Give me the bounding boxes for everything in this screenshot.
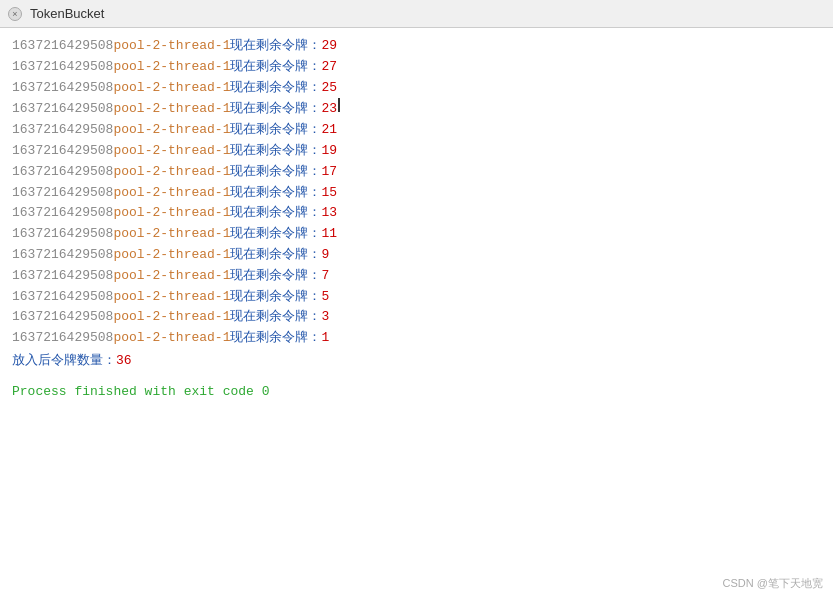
log-thread: pool-2-thread-1 (113, 266, 230, 287)
log-line: 1637216429508pool-2-thread-1现在剩余令牌：3 (12, 307, 821, 328)
log-text: 现在剩余令牌： (230, 287, 321, 308)
log-line: 1637216429508pool-2-thread-1现在剩余令牌：1 (12, 328, 821, 349)
log-number: 27 (321, 57, 337, 78)
log-line: 1637216429508pool-2-thread-1现在剩余令牌：7 (12, 266, 821, 287)
log-timestamp: 1637216429508 (12, 307, 113, 328)
log-text: 现在剩余令牌： (230, 99, 321, 120)
log-number: 17 (321, 162, 337, 183)
log-line: 1637216429508pool-2-thread-1现在剩余令牌：5 (12, 287, 821, 308)
summary-line: 放入后令牌数量：36 (12, 351, 821, 372)
console-output: 1637216429508pool-2-thread-1现在剩余令牌：29163… (12, 36, 821, 403)
log-text: 现在剩余令牌： (230, 36, 321, 57)
log-thread: pool-2-thread-1 (113, 245, 230, 266)
log-text: 现在剩余令牌： (230, 203, 321, 224)
log-timestamp: 1637216429508 (12, 36, 113, 57)
log-timestamp: 1637216429508 (12, 120, 113, 141)
log-number: 7 (321, 266, 329, 287)
log-timestamp: 1637216429508 (12, 183, 113, 204)
log-text: 现在剩余令牌： (230, 141, 321, 162)
log-thread: pool-2-thread-1 (113, 36, 230, 57)
log-timestamp: 1637216429508 (12, 328, 113, 349)
log-thread: pool-2-thread-1 (113, 99, 230, 120)
log-number: 3 (321, 307, 329, 328)
log-line: 1637216429508pool-2-thread-1现在剩余令牌：25 (12, 78, 821, 99)
log-thread: pool-2-thread-1 (113, 141, 230, 162)
log-line: 1637216429508pool-2-thread-1现在剩余令牌：19 (12, 141, 821, 162)
log-number: 25 (321, 78, 337, 99)
log-thread: pool-2-thread-1 (113, 162, 230, 183)
log-thread: pool-2-thread-1 (113, 78, 230, 99)
title-bar: × TokenBucket (0, 0, 833, 28)
log-thread: pool-2-thread-1 (113, 307, 230, 328)
log-number: 15 (321, 183, 337, 204)
log-number: 29 (321, 36, 337, 57)
log-number: 5 (321, 287, 329, 308)
log-thread: pool-2-thread-1 (113, 203, 230, 224)
log-timestamp: 1637216429508 (12, 57, 113, 78)
log-text: 现在剩余令牌： (230, 245, 321, 266)
log-text: 现在剩余令牌： (230, 224, 321, 245)
log-text: 现在剩余令牌： (230, 266, 321, 287)
log-timestamp: 1637216429508 (12, 245, 113, 266)
log-line: 1637216429508pool-2-thread-1现在剩余令牌：11 (12, 224, 821, 245)
log-thread: pool-2-thread-1 (113, 120, 230, 141)
log-timestamp: 1637216429508 (12, 162, 113, 183)
close-button[interactable]: × (8, 7, 22, 21)
log-line: 1637216429508pool-2-thread-1现在剩余令牌：23 (12, 98, 821, 120)
text-cursor (338, 98, 340, 112)
log-text: 现在剩余令牌： (230, 120, 321, 141)
log-line: 1637216429508pool-2-thread-1现在剩余令牌：17 (12, 162, 821, 183)
window-title: TokenBucket (30, 6, 104, 21)
log-line: 1637216429508pool-2-thread-1现在剩余令牌：15 (12, 183, 821, 204)
log-line: 1637216429508pool-2-thread-1现在剩余令牌：13 (12, 203, 821, 224)
log-thread: pool-2-thread-1 (113, 224, 230, 245)
log-number: 9 (321, 245, 329, 266)
log-number: 11 (321, 224, 337, 245)
log-timestamp: 1637216429508 (12, 78, 113, 99)
log-timestamp: 1637216429508 (12, 99, 113, 120)
log-timestamp: 1637216429508 (12, 266, 113, 287)
log-timestamp: 1637216429508 (12, 141, 113, 162)
log-timestamp: 1637216429508 (12, 203, 113, 224)
app-window: × TokenBucket 1637216429508pool-2-thread… (0, 0, 833, 601)
log-text: 现在剩余令牌： (230, 57, 321, 78)
log-text: 现在剩余令牌： (230, 328, 321, 349)
log-number: 1 (321, 328, 329, 349)
log-text: 现在剩余令牌： (230, 78, 321, 99)
console-area: 1637216429508pool-2-thread-1现在剩余令牌：29163… (0, 28, 833, 601)
log-text: 现在剩余令牌： (230, 307, 321, 328)
log-number: 13 (321, 203, 337, 224)
watermark: CSDN @笔下天地宽 (723, 576, 823, 591)
log-line: 1637216429508pool-2-thread-1现在剩余令牌：27 (12, 57, 821, 78)
summary-value: 36 (116, 353, 132, 368)
summary-label: 放入后令牌数量： (12, 353, 116, 368)
log-thread: pool-2-thread-1 (113, 287, 230, 308)
log-thread: pool-2-thread-1 (113, 328, 230, 349)
log-line: 1637216429508pool-2-thread-1现在剩余令牌：21 (12, 120, 821, 141)
log-line: 1637216429508pool-2-thread-1现在剩余令牌：29 (12, 36, 821, 57)
log-text: 现在剩余令牌： (230, 183, 321, 204)
log-number: 19 (321, 141, 337, 162)
log-text: 现在剩余令牌： (230, 162, 321, 183)
log-number: 23 (321, 99, 337, 120)
log-number: 21 (321, 120, 337, 141)
log-timestamp: 1637216429508 (12, 287, 113, 308)
log-timestamp: 1637216429508 (12, 224, 113, 245)
process-finished-line: Process finished with exit code 0 (12, 382, 821, 403)
log-thread: pool-2-thread-1 (113, 183, 230, 204)
log-line: 1637216429508pool-2-thread-1现在剩余令牌：9 (12, 245, 821, 266)
log-thread: pool-2-thread-1 (113, 57, 230, 78)
